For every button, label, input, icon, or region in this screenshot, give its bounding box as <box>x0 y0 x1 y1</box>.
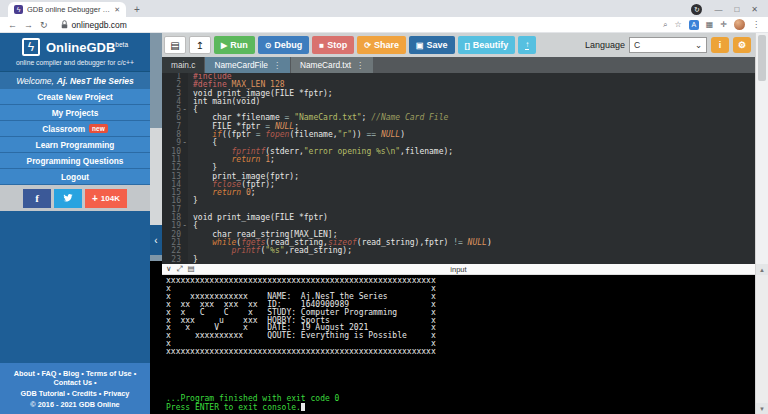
code-line-14: fclose(fptr); <box>193 181 755 189</box>
line-number-6: 6 <box>162 114 188 122</box>
code-editor[interactable]: 12345-6789-10111213141516171819-20212223… <box>162 73 755 264</box>
maximize-button[interactable]: □ <box>734 5 739 14</box>
footer-link-contact-us[interactable]: Contact Us <box>53 378 92 387</box>
sidebar-item-my-projects[interactable]: My Projects <box>0 105 150 121</box>
language-value: C <box>634 40 640 50</box>
language-label: Language <box>585 40 625 50</box>
extensions-icon[interactable]: ▦ <box>706 20 714 29</box>
footer-link-credits[interactable]: Credits <box>72 389 97 398</box>
line-number-gutter: 12345-6789-10111213141516171819-20212223 <box>162 73 188 264</box>
pin-icon[interactable]: ✛ <box>720 20 727 29</box>
tab-menu-icon[interactable]: ⋮ <box>273 61 281 70</box>
browser-tab-strip: ϟ GDB online Debugger | Compil... ✕ + ↻ … <box>0 0 768 17</box>
new-file-button[interactable]: ▤ <box>164 36 186 54</box>
browser-menu-icon[interactable]: ⋮ <box>752 20 760 29</box>
save-button[interactable]: ▣Save <box>409 36 455 54</box>
sidebar-item-label: Classroom <box>42 124 85 134</box>
sidebar-item-programming-questions[interactable]: Programming Questions <box>0 153 150 169</box>
code-line-23: } <box>193 256 755 264</box>
sidebar-item-learn-programming[interactable]: Learn Programming <box>0 137 150 153</box>
sidebar-header: ϟ OnlineGDBbeta online compiler and debu… <box>0 33 150 71</box>
fold-marker[interactable]: - <box>182 139 187 147</box>
scrollbar-thumb[interactable] <box>758 35 766 81</box>
translate-icon[interactable]: A <box>689 20 699 30</box>
onlinegdb-logo-icon: ϟ <box>22 38 40 56</box>
close-window-button[interactable]: ✕ <box>751 5 758 14</box>
url-text: onlinegdb.com <box>72 20 127 30</box>
code-line-3: void print_image(FILE *fptr); <box>193 90 755 98</box>
upload-button[interactable]: ↑ <box>518 36 536 54</box>
bookmark-star-icon[interactable]: ☆ <box>675 20 682 29</box>
beautify-label: Beautify <box>473 40 509 50</box>
code-line-16: } <box>193 197 755 205</box>
back-icon[interactable]: ← <box>8 20 17 30</box>
footer-link-privacy[interactable]: Privacy <box>103 389 129 398</box>
new-tab-button[interactable]: + <box>134 4 140 15</box>
footer-link-gdb-tutorial[interactable]: GDB Tutorial <box>21 389 65 398</box>
line-number-5: 5- <box>162 106 188 114</box>
copyright: © 2016 - 2021 GDB Online <box>2 400 148 409</box>
console-title: input <box>162 265 755 274</box>
brand-tagline: online compiler and debugger for c/c++ <box>4 59 146 66</box>
refresh-icon[interactable]: ↻ <box>40 20 48 30</box>
beautify-button[interactable]: []Beautify <box>458 36 516 54</box>
page-scrollbar[interactable]: ▲ ▼ <box>755 33 768 414</box>
code-line-13: print_image(fptr); <box>193 173 755 181</box>
upload-icon: ↑ <box>525 41 529 50</box>
plus-icon: + <box>92 193 98 204</box>
share-button[interactable]: ⟳Share <box>357 36 406 54</box>
sidebar-item-logout[interactable]: Logout <box>0 169 150 185</box>
tab-namecardfile[interactable]: NameCardFile⋮ <box>205 57 289 73</box>
close-tab-icon[interactable]: ✕ <box>114 6 120 14</box>
tab-main-c[interactable]: main.c <box>162 57 204 73</box>
console-header: ∨ ⤢ ▤ input <box>162 264 755 275</box>
twitter-button[interactable] <box>54 189 82 208</box>
console-output-area[interactable]: xxxxxxxxxxxxxxxxxxxxxxxxxxxxxxxxxxxxxxxx… <box>162 275 755 414</box>
strip-top <box>150 33 162 128</box>
scroll-up-icon[interactable]: ▲ <box>756 264 768 275</box>
footer-link-terms-of-use[interactable]: Terms of Use <box>86 369 132 378</box>
debug-button[interactable]: ⊙Debug <box>258 36 310 54</box>
share-count-button[interactable]: + 104K <box>85 189 127 208</box>
forward-icon[interactable]: → <box>24 20 33 30</box>
facebook-button[interactable]: f <box>23 189 51 208</box>
tab-namecard-txt[interactable]: NameCard.txt⋮ <box>291 57 373 73</box>
language-select[interactable]: C ⌄ <box>629 37 707 53</box>
browser-update-icon[interactable]: ↻ <box>691 4 702 15</box>
tab-label: main.c <box>171 60 195 70</box>
code-area[interactable]: #include#define MAX_LEN 128void print_im… <box>188 73 755 264</box>
toolbar: ▤ ↥ ▶Run⊙Debug■Stop⟳Share▣Save[]Beautify… <box>162 33 755 57</box>
footer-links-line1: About • FAQ • Blog • Terms of Use • Cont… <box>2 369 148 387</box>
sidebar-item-label: Logout <box>61 172 89 182</box>
footer-link-about[interactable]: About <box>14 369 35 378</box>
minimize-button[interactable]: — <box>714 5 722 14</box>
code-line-18: void print_image(FILE *fptr) <box>193 214 755 222</box>
settings-button[interactable]: ⚙ <box>733 37 751 53</box>
sidebar-item-classroom[interactable]: Classroomnew <box>0 121 150 137</box>
browser-tab[interactable]: ϟ GDB online Debugger | Compil... ✕ <box>8 2 126 17</box>
footer-link-blog[interactable]: Blog <box>63 369 79 378</box>
screen: ϟ GDB online Debugger | Compil... ✕ + ↻ … <box>0 0 768 414</box>
run-button[interactable]: ▶Run <box>214 36 255 54</box>
sidebar: ϟ OnlineGDBbeta online compiler and debu… <box>0 33 150 414</box>
welcome-banner: Welcome, Aj. NesT the Series <box>0 71 150 89</box>
save-icon: ▣ <box>416 41 424 50</box>
scroll-down-icon[interactable]: ▼ <box>756 403 768 414</box>
zoom-icon[interactable]: ⌕ <box>663 20 667 30</box>
code-line-22: printf("%s",read_string); <box>193 247 755 255</box>
collapse-sidebar-button[interactable]: ‹ <box>150 225 162 255</box>
info-button[interactable]: i <box>711 37 729 53</box>
footer-link-faq[interactable]: FAQ <box>41 369 56 378</box>
profile-avatar[interactable] <box>734 19 745 30</box>
twitter-bird-icon <box>62 193 74 203</box>
scrollbar-track[interactable] <box>756 275 768 403</box>
address-input[interactable]: onlinegdb.com <box>55 19 657 31</box>
stop-button[interactable]: ■Stop <box>312 36 354 54</box>
fold-marker[interactable]: - <box>182 222 187 230</box>
tab-menu-icon[interactable]: ⋮ <box>356 61 364 70</box>
fold-marker[interactable]: - <box>182 106 187 114</box>
fork-button[interactable]: ↥ <box>189 36 211 54</box>
sidebar-item-create-new-project[interactable]: Create New Project <box>0 89 150 105</box>
debug-icon: ⊙ <box>265 41 272 50</box>
sidebar-item-label: My Projects <box>52 108 99 118</box>
